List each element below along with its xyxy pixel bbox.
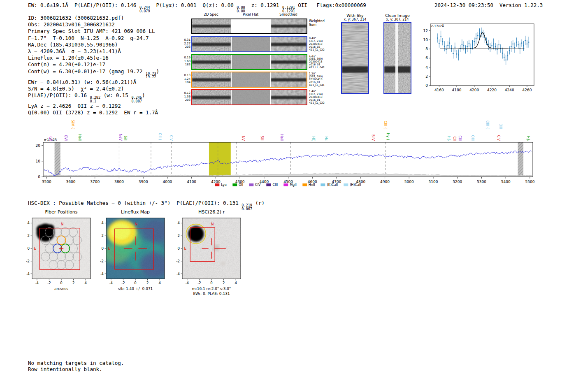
uncertainty-stack: 0.12910.1291 bbox=[282, 6, 295, 13]
svg-text:12: 12 bbox=[423, 29, 428, 33]
svg-text:-4: -4 bbox=[100, 272, 104, 276]
cutout-row-3 bbox=[191, 72, 307, 88]
legend-item: CIII bbox=[266, 183, 278, 187]
svg-text:4: 4 bbox=[102, 221, 104, 225]
svg-text:0: 0 bbox=[425, 84, 428, 88]
legend-swatch bbox=[232, 183, 237, 186]
spectral-line-marker: CIV bbox=[497, 135, 500, 141]
twod-spec-cell bbox=[192, 19, 231, 33]
clean-image-panel: Clean Image x, y: 367, 214 bbox=[383, 13, 412, 94]
uncertainty-lower: 19.72 bbox=[146, 75, 156, 79]
lineflux-map-plot: NE-4-4-2-2002244 bbox=[94, 212, 172, 285]
text-segment: EWr = 0.84(±0.31) (w: 0.56(±0.21))Å bbox=[28, 79, 136, 85]
svg-text:-4: -4 bbox=[35, 281, 39, 285]
pixel-flat-cell bbox=[232, 72, 270, 87]
text-segment: S/N = 4.8(±0.5) χ² = 2.4(±0.2) bbox=[28, 86, 124, 92]
svg-text:2: 2 bbox=[72, 281, 74, 285]
pixel-flat-cell bbox=[232, 90, 270, 104]
emission-line-fit-chart: 416041804200422042404260024681012e-17x2Å bbox=[417, 20, 541, 98]
uncertainty-lower: 0.087 bbox=[131, 100, 142, 103]
text-segment: LineFlux = 1.20(±0.45)e-16 bbox=[28, 55, 109, 61]
spectrum-line-legend: LyαOIICIVCIIIMgIIHeII(K)CaII(H)CaII bbox=[215, 183, 361, 187]
legend-swatch bbox=[283, 183, 288, 186]
legend-swatch bbox=[215, 183, 219, 186]
legend-item: MgII bbox=[283, 183, 297, 187]
spectral-line-marker: NeV bbox=[118, 134, 122, 141]
column-header-smoothed: Smoothed bbox=[279, 12, 297, 16]
svg-text:E: E bbox=[34, 246, 37, 251]
svg-text:4180: 4180 bbox=[452, 88, 462, 92]
spectral-line-marker: Hε bbox=[324, 137, 328, 141]
with-sky-title: With Sky bbox=[341, 13, 369, 18]
spectral-line-marker: Hζ bbox=[311, 137, 315, 141]
text-segment: Obs: 20200413v016_3006821632 bbox=[28, 21, 115, 28]
cutouts-section: 2D Spec Pixel Flat Smoothed Weighted Sum… bbox=[182, 12, 326, 107]
twod-spec-cell bbox=[192, 90, 231, 104]
uncertainty-stack: 0.2820.1 bbox=[90, 96, 101, 103]
svg-text:2: 2 bbox=[223, 281, 225, 285]
svg-text:0: 0 bbox=[60, 281, 62, 285]
cutout-row-4-fiber-info: 1.46"(367, 214)20200413v016_01421_LL_022 bbox=[309, 90, 326, 104]
svg-text:5500: 5500 bbox=[525, 180, 534, 184]
text-segment: Cont(n) = 4.20(±0.12)e-17 bbox=[28, 61, 105, 67]
legend-item: (K)CaII bbox=[321, 183, 338, 187]
text-segment: ID: 3006821632 (3006821632.pdf) bbox=[28, 15, 124, 21]
text-segment: LyA z = 2.4626 OII z = 0.1292 bbox=[28, 103, 121, 109]
info-line: LyA z = 2.4626 OII z = 0.1292 bbox=[28, 103, 159, 109]
svg-text:0: 0 bbox=[38, 175, 40, 179]
spectral-line-marker: SiII bbox=[260, 136, 264, 141]
smoothed-spec-cell bbox=[271, 90, 307, 104]
spectral-line-marker: HeII bbox=[78, 134, 81, 141]
with-sky-coords: x, y: 367, 214 bbox=[341, 18, 369, 21]
svg-text:4: 4 bbox=[84, 281, 86, 285]
svg-text:4: 4 bbox=[235, 281, 237, 285]
text-segment: OII Flags:0x00000069 bbox=[295, 2, 366, 8]
weighted-sum-row bbox=[191, 19, 307, 34]
spectral-line-marker: CII bbox=[453, 137, 456, 141]
legend-swatch bbox=[302, 183, 307, 186]
footer-line-2: Row intentionally blank. bbox=[28, 366, 102, 372]
svg-text:4260: 4260 bbox=[522, 88, 532, 92]
smoothed-spec-cell bbox=[271, 72, 307, 87]
uncertainty-stack: 0.2440.079 bbox=[139, 6, 150, 13]
info-line: RA,Dec (185.431030,55.901966) bbox=[28, 42, 159, 48]
svg-text:3600: 3600 bbox=[66, 180, 76, 184]
uncertainty-stack: 19.7319.72 bbox=[146, 72, 156, 79]
with-sky-noise bbox=[342, 23, 368, 93]
svg-text:5400: 5400 bbox=[501, 180, 511, 184]
text-segment: F=1.7" T=0.100 N=1.25 A=0.92 g=24.7 bbox=[28, 35, 149, 41]
cutout-row-3-fiber-info: 1.20"(365, 390)20200413v016_01421_LL_041 bbox=[309, 72, 326, 87]
info-line: ID: 3006821632 (3006821632.pdf) bbox=[28, 15, 159, 21]
spectral-line-marker: NV bbox=[241, 136, 245, 141]
spectral-line-marker: OIII bbox=[499, 124, 502, 129]
legend-label: CIV bbox=[255, 183, 260, 187]
spectral-line-marker: CII bbox=[49, 137, 52, 141]
uncertainty-lower: 0.079 bbox=[139, 9, 150, 13]
cutout-row-1 bbox=[191, 36, 307, 52]
pixel-flat-cell bbox=[232, 37, 270, 51]
text-segment: HSC-DEX : Possible Matches = 0 (within +… bbox=[28, 200, 242, 206]
cutout-row-4 bbox=[191, 89, 307, 105]
spectral-line-marker: SiIV { bbox=[71, 120, 74, 129]
svg-text:-2: -2 bbox=[197, 281, 201, 285]
clean-image-masked-column bbox=[395, 23, 398, 93]
svg-text:10: 10 bbox=[423, 38, 428, 42]
elixer-report-page: EW: 0.6±19.1Å P(LAE)/P(OII): 0.146 0.244… bbox=[0, 0, 576, 392]
svg-text:N: N bbox=[211, 222, 214, 226]
header-timestamp-version: 2024-12-30 09:23:50 Version 1.22.3 bbox=[434, 2, 543, 8]
lineflux-map-xlabel: s/b: 1.40 +/- 0.071 bbox=[118, 287, 153, 291]
svg-text:-4: -4 bbox=[177, 272, 180, 276]
spectral-line-marker: OII { bbox=[158, 133, 162, 141]
hsc-cutout-plot: NE-4-4-2-2002244 bbox=[170, 212, 248, 285]
text-segment: P(LAE)/P(OII): 0.16 bbox=[28, 92, 90, 98]
info-line: Cont(n) = 4.20(±0.12)e-17 bbox=[28, 61, 159, 68]
info-line: λ = 4209.36Å σ = 3.23(±1.41)Å bbox=[28, 48, 159, 55]
cutout-row-3-weights: 0.131.24184 bbox=[182, 74, 190, 84]
legend-swatch bbox=[266, 183, 271, 186]
legend-label: CIII bbox=[272, 183, 278, 187]
svg-text:0: 0 bbox=[102, 246, 104, 251]
spectral-line-marker: OVI bbox=[64, 135, 67, 141]
uncertainty-stack: 0.000.00 bbox=[237, 6, 245, 13]
legend-label: (H)CaII bbox=[350, 183, 361, 187]
svg-text:-2: -2 bbox=[100, 259, 104, 263]
